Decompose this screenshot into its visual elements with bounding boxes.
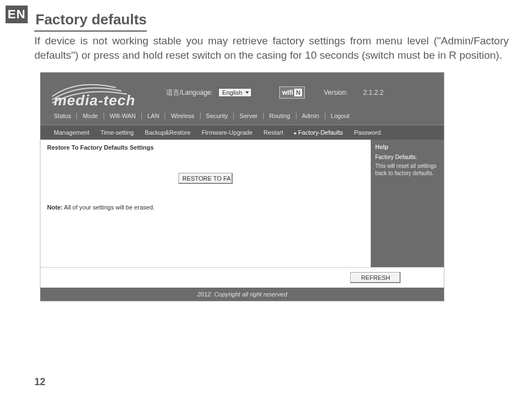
nav-item-logout[interactable]: Logout — [325, 112, 355, 119]
subnav-item-restart[interactable]: Restart — [258, 129, 289, 136]
nav-item-mode[interactable]: Mode — [77, 112, 104, 119]
version-value: 2.1.2.2 — [364, 89, 384, 96]
subnav-item-management[interactable]: Management — [48, 129, 95, 136]
subnav-item-backup-restore[interactable]: Backup&Restore — [139, 129, 196, 136]
wifi-n-letter: N — [294, 89, 302, 96]
language-label: 语言/Language: — [166, 88, 213, 98]
nav-item-security[interactable]: Security — [201, 112, 234, 119]
section-paragraph: If device is not working stable you may … — [34, 34, 509, 62]
help-subtitle: Factory Defaults: — [375, 154, 439, 161]
section-title: Factory defaults — [34, 11, 147, 32]
subnav-item-factory-defaults[interactable]: Factory-Defaults — [289, 129, 349, 136]
nav-item-admin[interactable]: Admin — [296, 112, 325, 119]
page-number: 12 — [34, 376, 45, 388]
main-nav: StatusModeWifi-WANLANWirelessSecuritySer… — [40, 112, 444, 125]
nav-item-wifi-wan[interactable]: Wifi-WAN — [104, 112, 142, 119]
wifi-n-badge: wifi N — [279, 86, 305, 99]
restore-factory-button[interactable]: RESTORE TO FA — [178, 173, 233, 184]
content-main: Restore To Factory Defaults Settings RES… — [40, 140, 371, 267]
subnav-item-password[interactable]: Password — [349, 129, 386, 136]
wifi-text: wifi — [282, 89, 293, 96]
version-label: Version: — [324, 89, 347, 96]
note-label: Note: — [47, 204, 63, 211]
language-select[interactable]: English — [218, 88, 252, 97]
subnav-item-time-setting[interactable]: Time-setting — [95, 129, 139, 136]
router-admin-screenshot: media-tech 语言/Language: English wifi N V… — [40, 72, 444, 301]
help-body: This will reset all settings back to fac… — [375, 162, 439, 177]
note-text: All of your settings will be erased. — [64, 204, 155, 211]
help-panel: Help Factory Defaults: This will reset a… — [371, 140, 444, 267]
language-tab: EN — [6, 6, 28, 23]
content-title: Restore To Factory Defaults Settings — [47, 144, 364, 151]
note-line: Note: All of your settings will be erase… — [47, 204, 364, 211]
svg-text:media-tech: media-tech — [54, 92, 135, 108]
router-header: media-tech 语言/Language: English wifi N V… — [40, 73, 444, 112]
sub-nav: ManagementTime-settingBackup&RestoreFirm… — [40, 125, 444, 140]
nav-item-server[interactable]: Server — [234, 112, 263, 119]
router-footer: 2012. Copyright all right reserved — [40, 288, 444, 301]
media-tech-logo: media-tech — [49, 78, 157, 108]
subnav-item-firmware-upgrade[interactable]: Firmware-Upgrade — [196, 129, 258, 136]
refresh-bar: REFRESH — [40, 267, 444, 288]
help-title: Help — [375, 143, 439, 151]
refresh-button[interactable]: REFRESH — [350, 272, 401, 283]
nav-item-lan[interactable]: LAN — [142, 112, 165, 119]
nav-item-routing[interactable]: Routing — [264, 112, 296, 119]
nav-item-status[interactable]: Status — [48, 112, 77, 119]
nav-item-wireless[interactable]: Wireless — [165, 112, 200, 119]
